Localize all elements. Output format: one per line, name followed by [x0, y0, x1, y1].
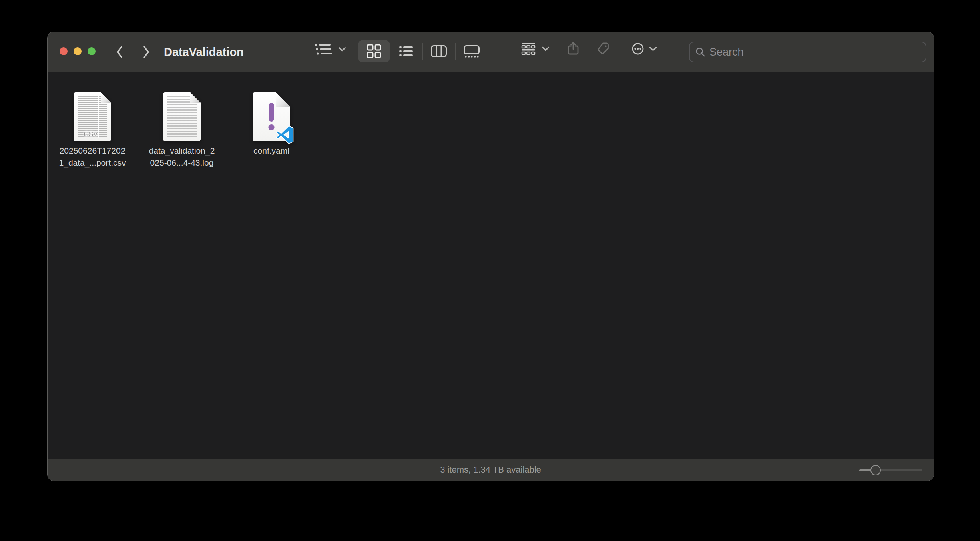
log-file-icon: [163, 92, 201, 141]
back-button[interactable]: [114, 45, 125, 59]
more-actions-button[interactable]: [631, 42, 657, 55]
file-name: data_validation_2 025-06...4-43.log: [149, 145, 215, 169]
column-view-icon: [431, 45, 447, 57]
chevron-down-icon: [338, 47, 346, 52]
tag-icon: [597, 42, 610, 55]
forward-button[interactable]: [141, 45, 152, 59]
status-bar: 3 items, 1.34 TB available: [48, 459, 934, 481]
group-by-button[interactable]: [521, 42, 550, 55]
chevron-left-icon: [116, 45, 124, 59]
chevron-down-icon: [649, 46, 657, 51]
vscode-logo-icon: [276, 126, 294, 144]
file-name-line: 1_data_...port.csv: [59, 157, 126, 169]
zoom-window-button[interactable]: [88, 47, 96, 55]
search-input[interactable]: [709, 46, 920, 58]
page-fold-corner: [276, 92, 290, 107]
share-button[interactable]: [566, 42, 580, 55]
search-field[interactable]: [689, 42, 926, 62]
file-item-yaml[interactable]: conf.yaml: [227, 92, 315, 157]
file-name-line: 20250626T17202: [59, 145, 126, 157]
window-title: DataValidation: [164, 32, 244, 72]
file-item-csv[interactable]: CSV 20250626T17202 1_data_...port.csv: [48, 92, 137, 169]
chevron-down-icon: [542, 46, 550, 51]
icon-size-slider[interactable]: [859, 465, 922, 476]
search-icon: [695, 47, 705, 57]
list-view-icon: [399, 45, 413, 57]
file-name-line: conf.yaml: [253, 145, 289, 157]
chevron-right-icon: [142, 45, 150, 59]
page-fold-corner: [101, 92, 111, 103]
finder-window: DataValidation: [47, 32, 934, 481]
ellipsis-circle-icon: [631, 42, 644, 55]
exclamation-mark-icon: [269, 103, 275, 130]
view-options-button[interactable]: [315, 42, 346, 56]
file-name: conf.yaml: [253, 145, 289, 157]
gallery-view-icon: [464, 45, 480, 58]
csv-file-icon: CSV: [74, 92, 111, 141]
grid-view-icon: [367, 44, 381, 58]
csv-badge-label: CSV: [74, 130, 108, 138]
share-icon: [567, 42, 579, 55]
view-grid-button[interactable]: [358, 40, 390, 62]
file-name-line: 025-06...4-43.log: [149, 157, 215, 169]
file-area-background[interactable]: CSV 20250626T17202 1_data_...port.csv da…: [48, 72, 934, 459]
group-by-icon: [521, 42, 536, 55]
view-gallery-button[interactable]: [456, 40, 488, 62]
file-item-log[interactable]: data_validation_2 025-06...4-43.log: [138, 92, 226, 169]
tag-button[interactable]: [597, 42, 610, 55]
view-list-button[interactable]: [390, 40, 422, 62]
file-name-line: data_validation_2: [149, 145, 215, 157]
minimize-button[interactable]: [74, 47, 82, 55]
toolbar: DataValidation: [48, 32, 934, 72]
window-controls: [60, 47, 96, 55]
view-switcher: [358, 40, 488, 62]
yaml-file-icon: [253, 92, 290, 141]
slider-thumb[interactable]: [870, 465, 881, 475]
file-name: 20250626T17202 1_data_...port.csv: [59, 145, 126, 169]
close-button[interactable]: [60, 47, 68, 55]
status-text: 3 items, 1.34 TB available: [48, 459, 934, 480]
view-columns-button[interactable]: [423, 40, 455, 62]
page-fold-corner: [190, 92, 201, 103]
bullet-list-icon: [315, 42, 333, 56]
